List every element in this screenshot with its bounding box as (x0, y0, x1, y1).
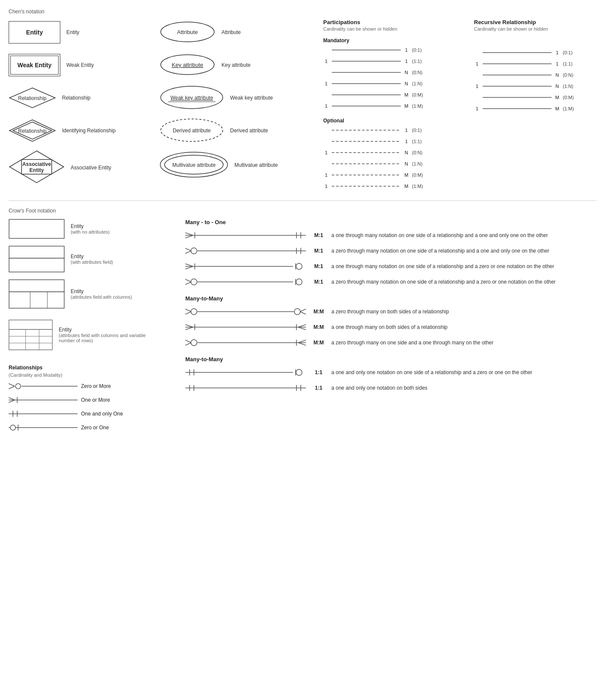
rec-right-num: N (554, 72, 560, 78)
rec-row-0-1: 1 1 (0:1) (474, 49, 595, 56)
zero-or-more-symbol (9, 382, 78, 391)
crows-entity-two-row: Entity (with attributes field) (9, 246, 155, 272)
part-row-0-n-mand: 1 N (0:N) (323, 69, 461, 76)
participations-subtitle: Cardinality can be shown or hidden (323, 26, 461, 31)
part-right-num: N (403, 81, 409, 86)
svg-line-86 (185, 279, 191, 282)
svg-line-68 (185, 235, 193, 238)
part-left-num: 1 (323, 81, 329, 86)
mm-notation-1 (185, 307, 306, 316)
svg-text:Weak key attribute: Weak key attribute (170, 95, 213, 101)
svg-line-87 (185, 282, 191, 284)
svg-point-64 (10, 425, 16, 430)
rel-one-or-more-label: One or More (81, 397, 115, 403)
mm-ratio-2: M:M (311, 324, 326, 330)
part-right-num: M (403, 184, 409, 189)
svg-line-74 (185, 248, 191, 251)
crows-right-panel: Many - to - One M:1 a one through many n… (185, 219, 596, 437)
recursive-section: Recursive Relationship Cardinality can b… (474, 19, 595, 194)
part-card: (1:M) (412, 184, 429, 189)
rel-zero-or-more-label: Zero or More (81, 383, 115, 389)
part-line-01-opt (332, 126, 401, 134)
part-right-num: 1 (403, 59, 409, 64)
part-right-num: M (403, 103, 409, 109)
key-attribute-label: Key attribute (221, 62, 265, 68)
m1-desc-3: a one through many notation on one side … (331, 263, 596, 269)
crows-entity-plain-sub: (with no attributes) (71, 229, 109, 234)
crows-entity-two-label: Entity (71, 253, 113, 259)
rec-card: (0:M) (563, 95, 580, 100)
11-row-1: 1:1 a one and only one notation on one s… (185, 368, 596, 377)
associative-entity-row: Associative Entity Associative Entity (9, 150, 155, 185)
m1-ratio-2: M:1 (311, 248, 326, 254)
associative-entity-shape: Associative Entity (9, 150, 65, 185)
11-desc-1: a one and only one notation on one side … (331, 369, 596, 375)
svg-line-93 (185, 312, 191, 314)
crows-entity-two-shape (9, 246, 65, 272)
multivalue-attribute-row: Multivalue attribute Multivalue attribut… (159, 150, 306, 180)
part-row-0-m-mand: 1 M (0:M) (323, 91, 461, 99)
part-left-num: 1 (323, 184, 329, 189)
rel-one-only-label: One and only One (81, 411, 123, 417)
weak-entity-shape: Weak Entity (9, 54, 60, 76)
part-right-num: 1 (403, 128, 409, 133)
part-left-num: 1 (323, 150, 329, 155)
svg-rect-47 (9, 329, 53, 350)
weak-key-attribute-shape: Weak key attribute (159, 85, 224, 111)
rec-line-01 (483, 49, 552, 56)
rec-card: (1:N) (563, 84, 580, 89)
relationship-shape: Relationship (9, 87, 56, 109)
derived-attribute-shape: Derived attribute (159, 118, 224, 144)
svg-line-92 (185, 309, 191, 312)
svg-line-55 (9, 386, 15, 389)
crows-entity-multi-shape (9, 316, 53, 354)
multivalue-attribute-shape: Multivalue attribute (159, 151, 228, 179)
part-right-num: 1 (403, 47, 409, 53)
m1-notation-1 (185, 231, 306, 240)
m1-row-2: M:1 a zero through many notation on one … (185, 246, 596, 256)
rec-right-num: 1 (554, 61, 560, 66)
one-or-more-symbol (9, 396, 78, 404)
11-ratio-2: 1:1 (311, 385, 326, 391)
part-line-1m-opt (332, 182, 401, 190)
crows-entity-plain-row: Entity (with no attributes) (9, 219, 155, 239)
rec-right-num: 1 (554, 50, 560, 55)
rec-card: (0:1) (563, 50, 580, 55)
rec-row-1-m: 1 M (1:M) (474, 105, 595, 112)
svg-point-85 (191, 279, 197, 285)
entity-shape: Entity (9, 21, 60, 44)
part-right-num: 1 (403, 139, 409, 144)
weak-key-attribute-row: Weak key attribute Weak key attribute (159, 84, 306, 111)
mm-desc-3: a zero through many on one side and a on… (331, 340, 596, 346)
rel-one-or-more-row: One or More (9, 396, 155, 404)
part-row-1-n-opt: 1 N (1:N) (323, 160, 461, 168)
m1-notation-4 (185, 277, 306, 287)
key-attribute-shape: Key attribute (159, 53, 215, 77)
svg-text:Multivalue attribute: Multivalue attribute (172, 162, 216, 168)
part-row-0-m-opt: 1 M (0:M) (323, 171, 461, 179)
part-line-01-mand (332, 46, 401, 54)
rec-line-1n (483, 82, 552, 90)
rec-left-num: 1 (474, 106, 480, 111)
rec-line-1m (483, 105, 552, 112)
crows-entity-cols-label: Entity (71, 288, 132, 294)
svg-line-106 (185, 340, 191, 343)
optional-label: Optional (323, 118, 461, 124)
svg-line-102 (298, 327, 306, 330)
rec-right-num: M (554, 95, 560, 100)
part-row-0-1-opt: 1 1 (0:1) (323, 126, 461, 134)
part-card: (0:1) (412, 47, 429, 53)
rec-card: (0:N) (563, 72, 580, 78)
identifying-relationship-label: Identifying Relationship (62, 128, 115, 134)
zero-or-one-symbol (9, 423, 78, 432)
svg-point-88 (296, 279, 302, 285)
part-card: (1:N) (412, 161, 429, 166)
svg-line-58 (9, 400, 15, 403)
11-notation-2 (185, 383, 306, 393)
svg-rect-42 (9, 280, 64, 292)
rec-row-0-m: 1 M (0:M) (474, 94, 595, 101)
part-card: (1:1) (412, 139, 429, 144)
weak-key-attribute-label: Weak key attribute (230, 95, 273, 101)
mm-notation-2 (185, 322, 306, 332)
mm-row-1: M:M a zero through many on both sides of… (185, 307, 596, 316)
